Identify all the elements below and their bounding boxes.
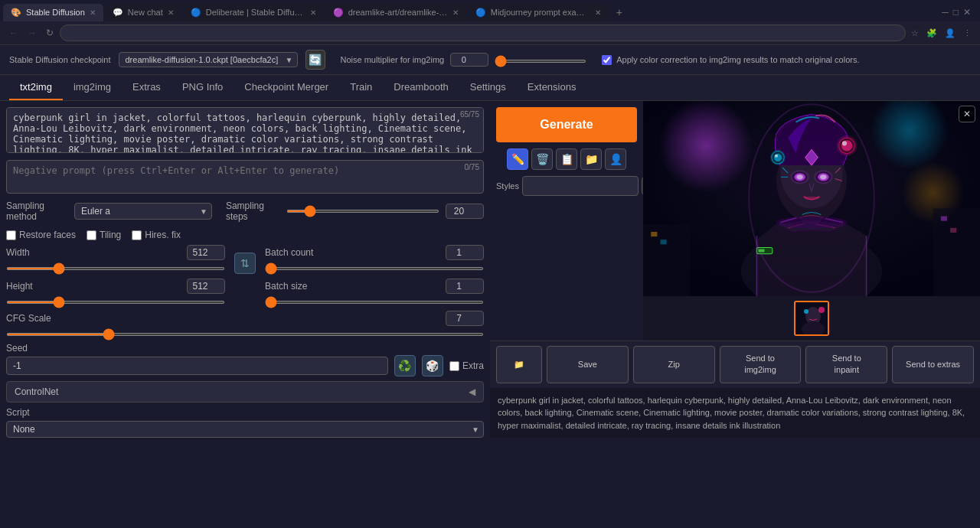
- thumbnails-row: [643, 296, 980, 341]
- steps-range[interactable]: [286, 210, 439, 213]
- tab-img2img[interactable]: img2img: [63, 75, 122, 100]
- color-correction-checkbox[interactable]: [602, 55, 612, 65]
- tab-train[interactable]: Train: [339, 75, 383, 100]
- batch-count-input[interactable]: [446, 245, 484, 260]
- cfg-scale-section: CFG Scale: [6, 311, 484, 338]
- script-section: Script None ▼: [6, 407, 484, 438]
- negative-prompt-input[interactable]: [6, 160, 484, 194]
- script-select[interactable]: None: [6, 421, 484, 438]
- tab-close-1[interactable]: ✕: [90, 8, 96, 17]
- negative-prompt-area: 0/75: [6, 160, 484, 196]
- tab-icon-3: 🔵: [191, 8, 201, 18]
- brush-tool-btn[interactable]: ✏️: [507, 148, 528, 170]
- tiling-check[interactable]: Tiling: [87, 230, 121, 240]
- cfg-scale-input[interactable]: [446, 311, 484, 326]
- tab-midjourney[interactable]: 🔵 Midjourney prompt examples |... ✕: [468, 4, 609, 21]
- swap-dimensions-btn[interactable]: ⇅: [234, 253, 256, 274]
- extra-seed-check[interactable]: Extra: [449, 360, 484, 371]
- paste-tool-btn[interactable]: 📋: [556, 148, 577, 170]
- restore-faces-check[interactable]: Restore faces: [6, 230, 76, 240]
- person-tool-btn[interactable]: 👤: [605, 148, 626, 170]
- tab-icon-4: 🟣: [333, 8, 344, 18]
- tab-extras[interactable]: Extras: [122, 75, 172, 100]
- zip-btn[interactable]: Zip: [633, 346, 715, 383]
- more-icon[interactable]: ⋮: [961, 27, 974, 40]
- checkpoint-select[interactable]: dreamlike-diffusion-1.0.ckpt [0aecbcfa2c…: [119, 52, 298, 67]
- noise-slider[interactable]: [495, 54, 586, 65]
- open-folder-btn[interactable]: 📁: [496, 346, 542, 383]
- tab-dreamlike[interactable]: 🟣 dreamlike-art/dreamlike-diffusi... ✕: [325, 4, 466, 21]
- app-container: Stable Diffusion checkpoint dreamlike-di…: [0, 45, 980, 515]
- seed-recycle-btn[interactable]: ♻️: [394, 355, 416, 376]
- tab-png-info[interactable]: PNG Info: [172, 75, 234, 100]
- tab-extensions[interactable]: Extensions: [517, 75, 587, 100]
- tab-new-chat[interactable]: 💬 New chat ✕: [105, 4, 181, 21]
- sampling-method-select[interactable]: Euler a: [74, 203, 212, 220]
- tab-settings[interactable]: Settings: [459, 75, 517, 100]
- height-input[interactable]: [187, 279, 225, 294]
- folder-tool-btn[interactable]: 📁: [580, 148, 602, 170]
- extensions-icon[interactable]: 🧩: [924, 27, 939, 40]
- batch-size-input[interactable]: [446, 279, 484, 294]
- save-btn[interactable]: Save: [547, 346, 629, 383]
- cfg-scale-slider[interactable]: [6, 333, 484, 336]
- batch-size-slider[interactable]: [265, 301, 484, 304]
- seed-row: ♻️ 🎲 Extra: [6, 355, 484, 376]
- seed-dice-btn[interactable]: 🎲: [422, 355, 443, 376]
- close-btn[interactable]: ✕: [963, 7, 971, 18]
- width-section: Width: [6, 245, 225, 274]
- tab-txt2img[interactable]: txt2img: [9, 75, 63, 100]
- refresh-btn[interactable]: ↻: [43, 26, 57, 40]
- batch-count-slider[interactable]: [265, 267, 484, 270]
- generate-button[interactable]: Generate: [496, 107, 637, 142]
- seed-input[interactable]: [6, 357, 388, 375]
- tab-close-4[interactable]: ✕: [452, 8, 459, 17]
- action-buttons: 📁 Save Zip Send to img2img Send to inpai…: [490, 341, 980, 388]
- profile-icon[interactable]: 👤: [942, 27, 958, 40]
- controlnet-arrow-icon: ◀: [469, 386, 475, 397]
- steps-input[interactable]: [446, 204, 484, 219]
- send-inpaint-btn[interactable]: Send to inpaint: [805, 346, 887, 383]
- controlnet-section[interactable]: ControlNet ◀: [6, 381, 484, 403]
- thumbnail-1[interactable]: [794, 301, 829, 336]
- close-image-btn[interactable]: ✕: [959, 106, 975, 122]
- tab-close-3[interactable]: ✕: [310, 8, 316, 17]
- tab-close-5[interactable]: ✕: [595, 8, 601, 17]
- send-img2img-btn[interactable]: Send to img2img: [720, 346, 802, 383]
- refresh-checkpoint-btn[interactable]: 🔄: [305, 50, 325, 70]
- tab-icon: 🎨: [11, 8, 21, 18]
- positive-prompt-input[interactable]: cyberpunk girl in jacket, colorful tatto…: [6, 107, 484, 153]
- batch-size-section: Batch size: [265, 279, 484, 306]
- nav-icons: ☆ 🧩 👤 ⋮: [909, 27, 974, 40]
- maximize-btn[interactable]: □: [953, 7, 959, 18]
- tab-deliberate[interactable]: 🔵 Deliberate | Stable Diffusion Ch... ✕: [183, 4, 324, 21]
- width-label: Width: [6, 247, 30, 258]
- checkpoint-label: Stable Diffusion checkpoint: [9, 55, 111, 64]
- width-input[interactable]: [187, 245, 225, 260]
- checkboxes-row: Restore faces Tiling Hires. fix: [6, 230, 484, 240]
- sampling-steps-slider: [286, 204, 484, 219]
- forward-btn[interactable]: →: [24, 26, 40, 40]
- height-slider[interactable]: [6, 301, 225, 304]
- styles-input[interactable]: [522, 176, 639, 196]
- noise-label: Noise multiplier for img2img: [341, 55, 445, 64]
- address-bar[interactable]: 127.0.0.1:7860: [60, 24, 906, 41]
- tab-dreambooth[interactable]: Dreambooth: [383, 75, 459, 100]
- bookmark-icon[interactable]: ☆: [909, 27, 921, 40]
- tab-stable-diffusion[interactable]: 🎨 Stable Diffusion ✕: [3, 4, 103, 21]
- trash-tool-btn[interactable]: 🗑️: [531, 148, 553, 170]
- browser-chrome: 🎨 Stable Diffusion ✕ 💬 New chat ✕ 🔵 Deli…: [0, 0, 980, 45]
- minimize-btn[interactable]: ─: [942, 7, 949, 18]
- dimensions-row: Width ⇅ Batch count: [6, 245, 484, 274]
- new-tab-button[interactable]: +: [610, 3, 629, 21]
- width-slider[interactable]: [6, 267, 225, 270]
- svg-rect-38: [643, 101, 980, 296]
- tab-checkpoint-merger[interactable]: Checkpoint Merger: [234, 75, 339, 100]
- sampling-method-label: Sampling method: [6, 200, 68, 222]
- noise-input[interactable]: [450, 53, 488, 67]
- back-btn[interactable]: ←: [6, 26, 21, 40]
- tab-close-2[interactable]: ✕: [168, 8, 174, 17]
- send-extras-btn[interactable]: Send to extras: [892, 346, 974, 383]
- hires-fix-check[interactable]: Hires. fix: [132, 230, 181, 240]
- negative-counter: 0/75: [465, 163, 479, 171]
